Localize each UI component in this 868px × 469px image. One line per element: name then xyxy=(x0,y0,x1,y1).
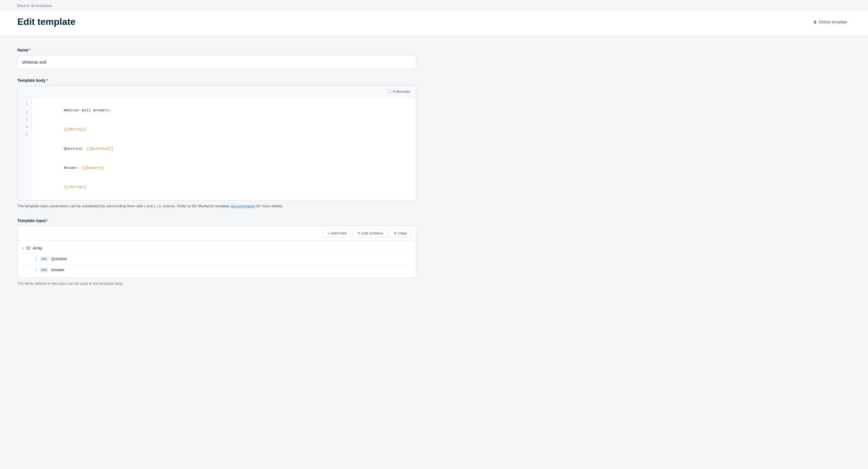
code-line-5: {{/Array}} xyxy=(37,178,411,197)
field-name-question: Question xyxy=(51,256,399,261)
code-line-4: Answer: {{Answer}} xyxy=(37,158,411,178)
drag-handle-answer[interactable] xyxy=(35,268,37,272)
line-numbers: 1 2 3 4 5 xyxy=(18,97,32,200)
delete-question-icon[interactable]: 🗑 xyxy=(407,256,411,261)
edit-schema-label: ✎ Edit Schema xyxy=(358,231,383,236)
expand-icon[interactable]: ▾ xyxy=(22,246,24,250)
type-badge-answer: ABC xyxy=(40,268,49,272)
back-link[interactable]: Back to all templates xyxy=(17,3,52,8)
tree-item-array: ▾ Array xyxy=(18,243,416,254)
add-field-button[interactable]: + Add Field xyxy=(323,229,351,238)
template-body-section: Template body* ⛶ Fullscreen 1 2 3 4 5 xyxy=(17,78,416,209)
page-title: Edit template xyxy=(17,17,75,27)
template-editor-container: ⛶ Fullscreen 1 2 3 4 5 Webinar poll answ… xyxy=(17,86,416,200)
fullscreen-label: Fullscreen xyxy=(393,89,410,94)
fullscreen-button[interactable]: ⛶ Fullscreen xyxy=(385,88,413,95)
template-body-required-star: * xyxy=(46,78,48,83)
fields-hint: The fields defined in the input can be u… xyxy=(17,281,416,286)
array-label: Array xyxy=(33,246,42,250)
clear-button[interactable]: ✕ Clear xyxy=(390,229,411,238)
documentation-link[interactable]: documentation xyxy=(231,204,255,208)
template-body-label: Template body* xyxy=(17,78,416,83)
editor-toolbar: ⛶ Fullscreen xyxy=(18,86,416,97)
line-number-5: 5 xyxy=(23,131,32,138)
code-line-3: Question: {{Question}} xyxy=(37,139,411,158)
name-section: Name* xyxy=(17,48,416,69)
line-number-4: 4 xyxy=(23,123,32,131)
schema-tree: ▾ Array ABC Question xyxy=(18,241,416,278)
code-line-1: Webinar poll answers: xyxy=(37,101,411,120)
trash-icon: 🗑 xyxy=(813,20,817,24)
name-label: Name* xyxy=(17,48,416,52)
edit-answer-icon[interactable]: ✎ xyxy=(402,268,405,272)
edit-question-icon[interactable]: ✎ xyxy=(402,256,405,261)
delete-template-label: Delete template xyxy=(819,20,847,24)
type-badge-question: ABC xyxy=(40,256,49,261)
edit-schema-button[interactable]: ✎ Edit Schema xyxy=(353,229,387,238)
delete-template-button[interactable]: 🗑 Delete template xyxy=(810,17,851,27)
name-input[interactable] xyxy=(17,55,416,69)
clear-label: ✕ Clear xyxy=(394,231,407,236)
delete-answer-icon[interactable]: 🗑 xyxy=(407,268,411,272)
field-name-answer: Answer xyxy=(51,268,399,272)
template-input-section: Template input* + Add Field ✎ Edit Schem… xyxy=(17,218,416,286)
template-hint: The template input parameters can be sub… xyxy=(17,203,416,209)
template-input-required-star: * xyxy=(46,218,48,223)
tree-item-answer: ABC Answer ✎ 🗑 xyxy=(18,264,416,275)
input-builder: + Add Field ✎ Edit Schema ✕ Clear ▾ xyxy=(17,226,416,278)
input-builder-toolbar: + Add Field ✎ Edit Schema ✕ Clear xyxy=(18,226,416,241)
line-number-3: 3 xyxy=(23,116,32,123)
code-editor[interactable]: 1 2 3 4 5 Webinar poll answers: {{#Array… xyxy=(18,97,416,200)
code-line-2: {{#Array}} xyxy=(37,120,411,139)
add-field-label: + Add Field xyxy=(328,231,346,236)
name-required-star: * xyxy=(29,48,30,52)
drag-handle-array[interactable] xyxy=(26,247,30,250)
template-input-label: Template input* xyxy=(17,218,416,223)
line-number-1: 1 xyxy=(23,101,32,108)
tree-item-question: ABC Question ✎ 🗑 xyxy=(18,254,416,264)
drag-handle-question[interactable] xyxy=(35,257,37,261)
fullscreen-icon: ⛶ xyxy=(388,89,392,94)
line-number-2: 2 xyxy=(23,108,32,116)
code-content[interactable]: Webinar poll answers: {{#Array}} Questio… xyxy=(32,97,416,200)
